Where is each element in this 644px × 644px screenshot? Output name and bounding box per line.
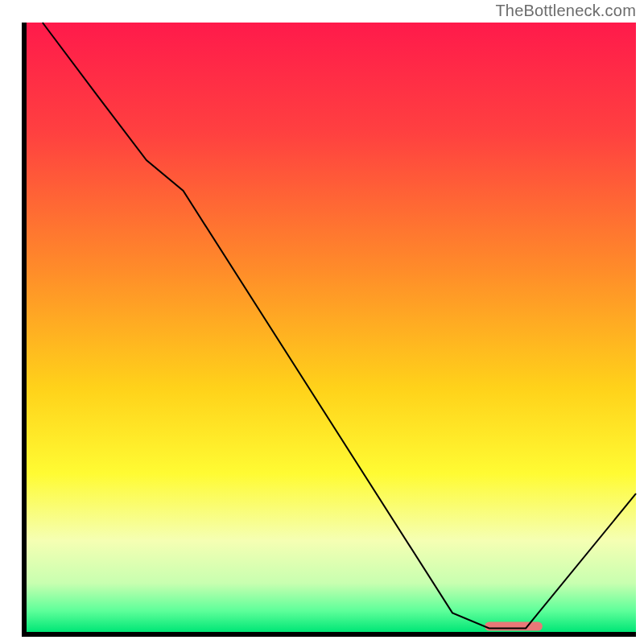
- chart-container: TheBottleneck.com: [0, 0, 644, 644]
- bottleneck-chart: [0, 0, 644, 644]
- gradient-background: [27, 23, 636, 632]
